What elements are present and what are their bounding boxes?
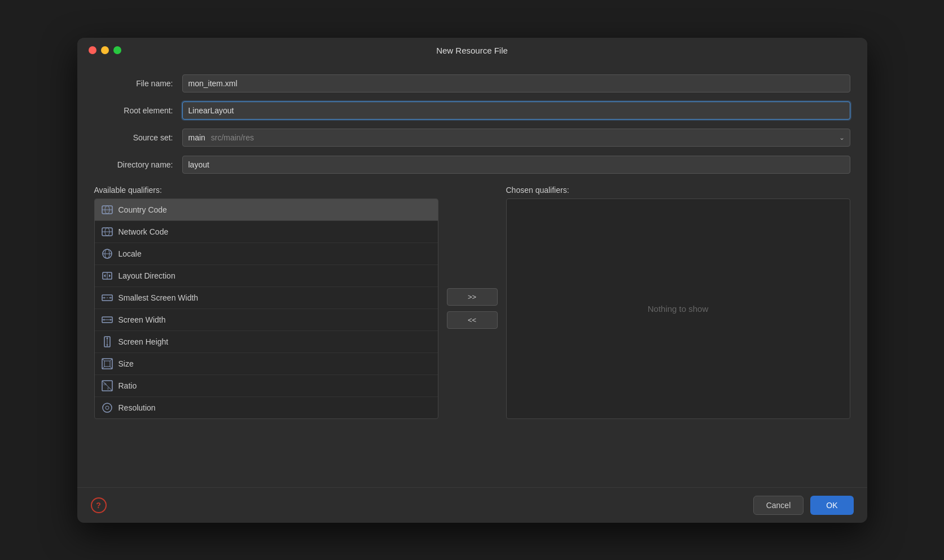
locale-icon [102,248,113,259]
smallest-screen-width-icon [102,292,113,303]
svg-point-28 [106,406,109,409]
layout-direction-icon [102,270,113,281]
source-set-label: Source set: [94,133,173,142]
source-set-row: Source set: main src/main/res ⌄ [94,129,850,147]
qualifier-label-screen-height: Screen Height [118,337,169,346]
source-set-main: main [188,133,205,142]
network-code-icon [102,226,113,237]
chosen-qualifiers-label: Chosen qualifiers: [506,186,569,195]
directory-name-label: Directory name: [94,160,173,169]
chosen-qualifiers-label-wrapper: Chosen qualifiers: [506,185,850,195]
dialog-footer: ? Cancel OK [77,487,867,523]
ratio-icon: 16 9 [102,380,113,391]
qualifier-item-screen-height[interactable]: Screen Height [95,331,438,353]
svg-text:16: 16 [103,382,107,386]
qualifier-item-screen-width[interactable]: Screen Width [95,309,438,331]
qualifier-label-ratio: Ratio [118,381,137,390]
help-button[interactable]: ? [91,497,107,513]
dialog-body: File name: Root element: Source set: mai… [77,63,867,487]
qualifiers-labels-row: Available qualifiers: Chosen qualifiers: [94,185,850,195]
country-code-icon [102,204,113,215]
screen-width-icon [102,314,113,325]
file-name-row: File name: [94,74,850,92]
cancel-button[interactable]: Cancel [753,496,804,515]
resolution-icon [102,402,113,413]
maximize-button[interactable] [113,46,121,54]
help-icon: ? [96,501,101,510]
root-element-input[interactable] [182,102,850,120]
qualifier-label-screen-width: Screen Width [118,315,166,324]
qualifier-item-locale[interactable]: Locale [95,243,438,265]
qualifier-item-country-code[interactable]: Country Code [95,199,438,221]
transfer-spacer [438,185,506,195]
root-element-label: Root element: [94,106,173,115]
window-controls [89,46,121,54]
qualifier-label-smallest-screen-width: Smallest Screen Width [118,293,199,302]
qualifier-item-layout-direction[interactable]: Layout Direction [95,265,438,287]
chosen-qualifiers-list: Nothing to show [506,199,850,419]
directory-name-row: Directory name: [94,156,850,174]
file-name-label: File name: [94,79,173,88]
available-qualifiers-list: Country Code Network Code [94,199,438,419]
available-qualifiers-label: Available qualifiers: [94,186,162,195]
close-button[interactable] [89,46,96,54]
chosen-qualifiers-section: Nothing to show [506,199,850,419]
nothing-to-show-text: Nothing to show [648,304,709,314]
qualifier-label-network-code: Network Code [118,227,169,236]
source-set-wrapper: main src/main/res ⌄ [182,129,850,147]
transfer-back-button[interactable]: << [447,311,498,329]
svg-text:9: 9 [107,387,109,390]
qualifier-item-size[interactable]: Size [95,353,438,375]
size-icon [102,358,113,369]
footer-buttons: Cancel OK [753,496,854,515]
qualifier-label-size: Size [118,359,134,368]
source-set-path: src/main/res [211,133,254,142]
file-name-input[interactable] [182,74,850,92]
qualifier-item-network-code[interactable]: Network Code [95,221,438,243]
svg-rect-18 [104,361,110,367]
title-bar: New Resource File [77,38,867,63]
svg-point-27 [103,403,112,412]
root-element-row: Root element: [94,102,850,120]
qualifiers-container: Available qualifiers: Chosen qualifiers: [94,185,850,419]
qualifier-item-smallest-screen-width[interactable]: Smallest Screen Width [95,287,438,309]
available-qualifiers-label-wrapper: Available qualifiers: [94,185,438,195]
screen-height-icon [102,336,113,347]
available-qualifiers-section: Country Code Network Code [94,199,438,419]
transfer-buttons: >> << [438,199,506,419]
directory-name-input[interactable] [182,156,850,174]
transfer-forward-button[interactable]: >> [447,288,498,306]
qualifiers-lists-row: Country Code Network Code [94,199,850,419]
dialog-title: New Resource File [436,46,508,55]
qualifier-label-layout-direction: Layout Direction [118,271,175,280]
new-resource-file-dialog: New Resource File File name: Root elemen… [77,38,867,523]
qualifier-item-resolution[interactable]: Resolution [95,397,438,418]
minimize-button[interactable] [101,46,109,54]
qualifier-label-country-code: Country Code [118,205,167,214]
qualifier-label-locale: Locale [118,249,142,258]
qualifier-label-resolution: Resolution [118,403,156,412]
qualifier-item-ratio[interactable]: 16 9 Ratio [95,375,438,397]
ok-button[interactable]: OK [810,496,853,515]
source-set-dropdown[interactable]: main src/main/res [182,129,850,147]
